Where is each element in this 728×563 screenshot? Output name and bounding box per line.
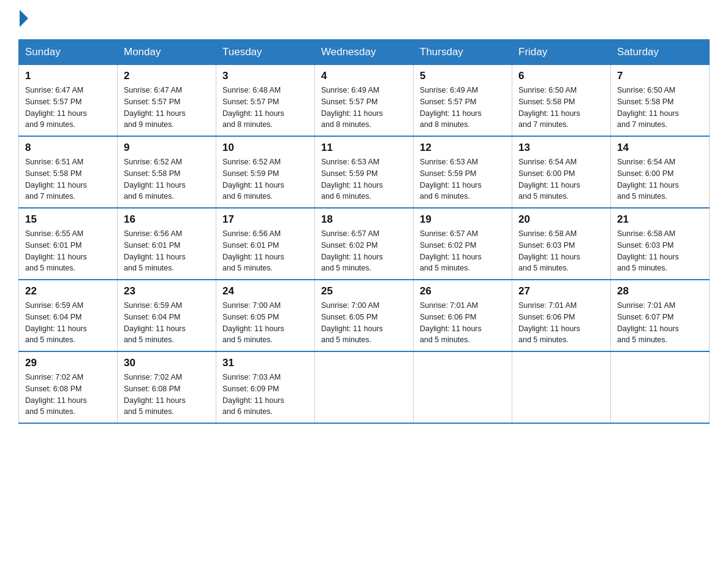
- day-number: 8: [25, 142, 111, 154]
- empty-cell: [611, 351, 710, 423]
- calendar-week-1: 1Sunrise: 6:47 AMSunset: 5:57 PMDaylight…: [19, 65, 710, 137]
- day-info: Sunrise: 6:58 AMSunset: 6:03 PMDaylight:…: [617, 228, 703, 274]
- header-day-sunday: Sunday: [19, 40, 118, 65]
- calendar-day-31: 31Sunrise: 7:03 AMSunset: 6:09 PMDayligh…: [216, 351, 315, 423]
- day-number: 18: [321, 213, 407, 226]
- day-info: Sunrise: 7:00 AMSunset: 6:05 PMDaylight:…: [321, 300, 407, 346]
- calendar-day-2: 2Sunrise: 6:47 AMSunset: 5:57 PMDaylight…: [118, 65, 216, 137]
- page-header: [18, 12, 710, 27]
- calendar-day-18: 18Sunrise: 6:57 AMSunset: 6:02 PMDayligh…: [315, 208, 414, 280]
- header-day-tuesday: Tuesday: [216, 40, 315, 65]
- header-row: SundayMondayTuesdayWednesdayThursdayFrid…: [19, 40, 710, 65]
- day-info: Sunrise: 6:58 AMSunset: 6:03 PMDaylight:…: [518, 228, 604, 274]
- header-day-saturday: Saturday: [611, 40, 710, 65]
- day-info: Sunrise: 7:02 AMSunset: 6:08 PMDaylight:…: [124, 372, 210, 418]
- day-number: 26: [420, 285, 506, 297]
- calendar-day-7: 7Sunrise: 6:50 AMSunset: 5:58 PMDaylight…: [611, 65, 710, 137]
- calendar-day-30: 30Sunrise: 7:02 AMSunset: 6:08 PMDayligh…: [118, 351, 216, 423]
- calendar-day-25: 25Sunrise: 7:00 AMSunset: 6:05 PMDayligh…: [315, 280, 414, 351]
- calendar-day-1: 1Sunrise: 6:47 AMSunset: 5:57 PMDaylight…: [19, 65, 118, 137]
- calendar-body: 1Sunrise: 6:47 AMSunset: 5:57 PMDaylight…: [19, 65, 710, 424]
- calendar-day-8: 8Sunrise: 6:51 AMSunset: 5:58 PMDaylight…: [19, 136, 118, 208]
- day-info: Sunrise: 6:52 AMSunset: 5:59 PMDaylight:…: [222, 156, 308, 202]
- calendar-day-20: 20Sunrise: 6:58 AMSunset: 6:03 PMDayligh…: [512, 208, 611, 280]
- day-info: Sunrise: 6:59 AMSunset: 6:04 PMDaylight:…: [124, 300, 210, 346]
- day-number: 28: [617, 285, 703, 297]
- day-number: 15: [25, 213, 111, 226]
- empty-cell: [315, 351, 414, 423]
- calendar-day-13: 13Sunrise: 6:54 AMSunset: 6:00 PMDayligh…: [512, 136, 611, 208]
- day-info: Sunrise: 6:49 AMSunset: 5:57 PMDaylight:…: [321, 85, 407, 131]
- day-number: 7: [617, 70, 703, 82]
- header-day-monday: Monday: [118, 40, 216, 65]
- day-info: Sunrise: 6:59 AMSunset: 6:04 PMDaylight:…: [25, 300, 111, 346]
- day-number: 3: [222, 70, 308, 82]
- day-info: Sunrise: 6:56 AMSunset: 6:01 PMDaylight:…: [124, 228, 210, 274]
- day-number: 13: [518, 142, 604, 154]
- day-info: Sunrise: 6:49 AMSunset: 5:57 PMDaylight:…: [420, 85, 506, 131]
- day-number: 20: [518, 213, 604, 226]
- day-number: 25: [321, 285, 407, 297]
- logo: [18, 12, 28, 27]
- calendar-day-17: 17Sunrise: 6:56 AMSunset: 6:01 PMDayligh…: [216, 208, 315, 280]
- calendar-table: SundayMondayTuesdayWednesdayThursdayFrid…: [18, 39, 710, 424]
- day-info: Sunrise: 6:55 AMSunset: 6:01 PMDaylight:…: [25, 228, 111, 274]
- calendar-day-22: 22Sunrise: 6:59 AMSunset: 6:04 PMDayligh…: [19, 280, 118, 351]
- day-number: 12: [420, 142, 506, 154]
- day-number: 30: [124, 357, 210, 369]
- day-info: Sunrise: 7:03 AMSunset: 6:09 PMDaylight:…: [222, 372, 308, 418]
- day-info: Sunrise: 7:00 AMSunset: 6:05 PMDaylight:…: [222, 300, 308, 346]
- day-number: 6: [518, 70, 604, 82]
- calendar-day-27: 27Sunrise: 7:01 AMSunset: 6:06 PMDayligh…: [512, 280, 611, 351]
- logo-arrow-icon: [20, 10, 28, 27]
- empty-cell: [414, 351, 512, 423]
- day-number: 24: [222, 285, 308, 297]
- day-number: 14: [617, 142, 703, 154]
- day-number: 29: [25, 357, 111, 369]
- calendar-week-3: 15Sunrise: 6:55 AMSunset: 6:01 PMDayligh…: [19, 208, 710, 280]
- calendar-day-9: 9Sunrise: 6:52 AMSunset: 5:58 PMDaylight…: [118, 136, 216, 208]
- calendar-week-4: 22Sunrise: 6:59 AMSunset: 6:04 PMDayligh…: [19, 280, 710, 351]
- calendar-day-19: 19Sunrise: 6:57 AMSunset: 6:02 PMDayligh…: [414, 208, 512, 280]
- day-info: Sunrise: 7:01 AMSunset: 6:06 PMDaylight:…: [518, 300, 604, 346]
- day-info: Sunrise: 6:52 AMSunset: 5:58 PMDaylight:…: [124, 156, 210, 202]
- day-number: 27: [518, 285, 604, 297]
- calendar-week-5: 29Sunrise: 7:02 AMSunset: 6:08 PMDayligh…: [19, 351, 710, 423]
- header-day-thursday: Thursday: [414, 40, 512, 65]
- day-info: Sunrise: 6:50 AMSunset: 5:58 PMDaylight:…: [617, 85, 703, 131]
- day-number: 16: [124, 213, 210, 226]
- calendar-day-3: 3Sunrise: 6:48 AMSunset: 5:57 PMDaylight…: [216, 65, 315, 137]
- calendar-header: SundayMondayTuesdayWednesdayThursdayFrid…: [19, 40, 710, 65]
- calendar-day-14: 14Sunrise: 6:54 AMSunset: 6:00 PMDayligh…: [611, 136, 710, 208]
- day-number: 10: [222, 142, 308, 154]
- day-info: Sunrise: 6:53 AMSunset: 5:59 PMDaylight:…: [321, 156, 407, 202]
- calendar-day-29: 29Sunrise: 7:02 AMSunset: 6:08 PMDayligh…: [19, 351, 118, 423]
- day-info: Sunrise: 6:47 AMSunset: 5:57 PMDaylight:…: [124, 85, 210, 131]
- day-info: Sunrise: 6:57 AMSunset: 6:02 PMDaylight:…: [321, 228, 407, 274]
- calendar-day-21: 21Sunrise: 6:58 AMSunset: 6:03 PMDayligh…: [611, 208, 710, 280]
- calendar-week-2: 8Sunrise: 6:51 AMSunset: 5:58 PMDaylight…: [19, 136, 710, 208]
- empty-cell: [512, 351, 611, 423]
- day-info: Sunrise: 6:51 AMSunset: 5:58 PMDaylight:…: [25, 156, 111, 202]
- day-number: 9: [124, 142, 210, 154]
- calendar-day-28: 28Sunrise: 7:01 AMSunset: 6:07 PMDayligh…: [611, 280, 710, 351]
- day-info: Sunrise: 6:54 AMSunset: 6:00 PMDaylight:…: [518, 156, 604, 202]
- header-day-wednesday: Wednesday: [315, 40, 414, 65]
- day-number: 1: [25, 70, 111, 82]
- day-info: Sunrise: 6:53 AMSunset: 5:59 PMDaylight:…: [420, 156, 506, 202]
- calendar-day-5: 5Sunrise: 6:49 AMSunset: 5:57 PMDaylight…: [414, 65, 512, 137]
- day-info: Sunrise: 6:57 AMSunset: 6:02 PMDaylight:…: [420, 228, 506, 274]
- calendar-day-26: 26Sunrise: 7:01 AMSunset: 6:06 PMDayligh…: [414, 280, 512, 351]
- day-info: Sunrise: 7:02 AMSunset: 6:08 PMDaylight:…: [25, 372, 111, 418]
- calendar-day-16: 16Sunrise: 6:56 AMSunset: 6:01 PMDayligh…: [118, 208, 216, 280]
- calendar-day-4: 4Sunrise: 6:49 AMSunset: 5:57 PMDaylight…: [315, 65, 414, 137]
- day-number: 21: [617, 213, 703, 226]
- day-number: 11: [321, 142, 407, 154]
- day-number: 2: [124, 70, 210, 82]
- day-number: 4: [321, 70, 407, 82]
- day-number: 17: [222, 213, 308, 226]
- calendar-day-23: 23Sunrise: 6:59 AMSunset: 6:04 PMDayligh…: [118, 280, 216, 351]
- day-info: Sunrise: 6:54 AMSunset: 6:00 PMDaylight:…: [617, 156, 703, 202]
- header-day-friday: Friday: [512, 40, 611, 65]
- day-info: Sunrise: 7:01 AMSunset: 6:07 PMDaylight:…: [617, 300, 703, 346]
